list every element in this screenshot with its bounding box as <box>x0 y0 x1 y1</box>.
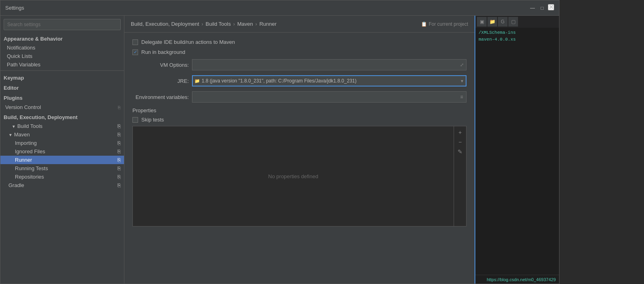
properties-table: No properties defined + − ✎ <box>132 126 466 226</box>
form-area: Delegate IDE build/run actions to Maven … <box>124 33 475 284</box>
delegate-checkbox-row: Delegate IDE build/run actions to Maven <box>132 39 466 45</box>
env-vars-row: Environment variables: ≡ <box>132 91 466 103</box>
runner-copy-icon: ⎘ <box>118 157 121 163</box>
env-vars-wrapper: ≡ <box>192 91 466 103</box>
properties-edit-button[interactable]: ✎ <box>456 147 464 156</box>
minimize-button[interactable]: — <box>528 4 537 12</box>
breadcrumb-part-1: Build, Execution, Deployment <box>131 21 199 27</box>
settings-body: Appearance & Behavior Notifications Quic… <box>0 16 559 284</box>
properties-label: Properties <box>132 107 466 113</box>
right-panel-tab-4[interactable]: ▢ <box>508 17 518 27</box>
right-panel-content: /XMLSchema-ins maven-4.0.0.xs <box>475 28 559 275</box>
right-panel-tab-1[interactable]: ▣ <box>477 17 487 27</box>
sidebar-item-keymap[interactable]: Keymap <box>0 72 124 82</box>
delegate-checkbox[interactable] <box>132 39 138 45</box>
maven-copy-icon: ⎘ <box>118 132 121 138</box>
window-controls: — □ ✕ <box>528 4 554 12</box>
jre-row: JRE: 📁 1.8 (java version "1.8.0_231", pa… <box>132 75 466 86</box>
right-panel-tabs: ▣ 📁 G ▢ <box>475 16 559 28</box>
sidebar-item-importing[interactable]: Importing ⎘ <box>0 139 124 147</box>
title-bar: Settings — □ ✕ <box>0 0 559 16</box>
sidebar-item-gradle[interactable]: Gradle ⎘ <box>0 181 124 189</box>
sidebar: Appearance & Behavior Notifications Quic… <box>0 16 124 284</box>
sidebar-item-ignored-files[interactable]: Ignored Files ⎘ <box>0 147 124 156</box>
close-button[interactable]: ✕ <box>548 4 554 10</box>
breadcrumb-sep-3: › <box>255 21 257 27</box>
vm-options-expand-button[interactable]: ⤢ <box>457 59 466 70</box>
sidebar-item-appearance[interactable]: Appearance & Behavior <box>0 33 124 43</box>
version-control-copy-icon: ⎘ <box>118 105 121 110</box>
sidebar-item-quick-lists[interactable]: Quick Lists <box>0 52 124 60</box>
gradle-copy-icon: ⎘ <box>118 182 121 188</box>
jre-select-wrapper: 📁 1.8 (java version "1.8.0_231", path: C… <box>192 75 466 86</box>
ignored-files-copy-icon: ⎘ <box>118 148 121 154</box>
sidebar-item-version-control[interactable]: Version Control ⎘ <box>0 103 124 112</box>
sidebar-item-notifications[interactable]: Notifications <box>0 43 124 52</box>
properties-add-button[interactable]: + <box>456 128 464 137</box>
project-icon: 📋 <box>421 21 427 27</box>
properties-section: Properties Skip tests No properties defi… <box>132 107 466 226</box>
code-line-1: /XMLSchema-ins <box>479 29 556 36</box>
running-tests-copy-icon: ⎘ <box>118 165 121 171</box>
background-checkbox[interactable]: ✓ <box>132 49 138 55</box>
vm-options-row: VM Options: ⤢ <box>132 59 466 70</box>
sidebar-item-build-execution[interactable]: Build, Execution, Deployment <box>0 112 124 122</box>
vm-options-label: VM Options: <box>132 62 189 68</box>
env-vars-edit-button[interactable]: ≡ <box>457 91 466 103</box>
window-title: Settings <box>5 5 24 11</box>
breadcrumb-sep-1: › <box>202 21 203 27</box>
sidebar-item-maven[interactable]: ▼Maven ⎘ <box>0 130 124 139</box>
sidebar-item-build-tools[interactable]: ▼Build Tools ⎘ <box>0 122 124 130</box>
env-vars-input[interactable] <box>192 91 466 103</box>
sidebar-item-runner[interactable]: Runner ⎘ <box>0 156 124 164</box>
sidebar-item-editor[interactable]: Editor <box>0 82 124 93</box>
status-bar: https://blog.csdn.net/m0_46937429 <box>475 275 559 284</box>
delegate-label: Delegate IDE build/run actions to Maven <box>141 39 235 45</box>
vm-options-input[interactable] <box>192 59 466 70</box>
sidebar-item-repositories[interactable]: Repositories ⎘ <box>0 173 124 181</box>
vm-options-wrapper: ⤢ <box>192 59 466 70</box>
breadcrumb-sep-2: › <box>233 21 235 27</box>
background-checkbox-row: ✓ Run in background <box>132 49 466 55</box>
build-tools-copy-icon: ⎘ <box>118 123 121 129</box>
for-current-project: 📋 For current project <box>421 21 468 27</box>
background-label: Run in background <box>141 49 185 55</box>
env-vars-label: Environment variables: <box>132 94 189 100</box>
right-panel-tab-3[interactable]: G <box>498 17 508 27</box>
main-content: Build, Execution, Deployment › Build Too… <box>124 16 475 284</box>
properties-actions: + − ✎ <box>454 126 466 226</box>
breadcrumb: Build, Execution, Deployment › Build Too… <box>124 16 475 33</box>
maximize-button[interactable]: □ <box>538 4 546 12</box>
status-url: https://blog.csdn.net/m0_46937429 <box>487 277 556 282</box>
sidebar-item-running-tests[interactable]: Running Tests ⎘ <box>0 164 124 173</box>
sidebar-item-plugins[interactable]: Plugins <box>0 93 124 103</box>
breadcrumb-part-4: Runner <box>259 21 277 27</box>
breadcrumb-part-3: Maven <box>237 21 253 27</box>
skip-tests-checkbox[interactable] <box>132 117 138 123</box>
right-panel-tab-2[interactable]: 📁 <box>487 17 497 27</box>
jre-label: JRE: <box>132 78 189 84</box>
repositories-copy-icon: ⎘ <box>118 174 121 180</box>
properties-empty-message: No properties defined <box>133 126 454 226</box>
jre-select[interactable]: 1.8 (java version "1.8.0_231", path: C:/… <box>192 75 466 86</box>
properties-remove-button[interactable]: − <box>456 138 464 146</box>
right-panel: ▣ 📁 G ▢ /XMLSchema-ins maven-4.0.0.xs ht… <box>475 16 559 284</box>
skip-tests-row: Skip tests <box>132 117 466 123</box>
sidebar-item-path-variables[interactable]: Path Variables <box>0 60 124 69</box>
settings-window: Settings — □ ✕ Appearance & Behavior Not… <box>0 0 559 284</box>
importing-copy-icon: ⎘ <box>118 140 121 146</box>
skip-tests-label: Skip tests <box>141 117 164 123</box>
breadcrumb-part-2: Build Tools <box>206 21 231 27</box>
sidebar-search-input[interactable] <box>4 19 121 30</box>
code-line-2: maven-4.0.0.xs <box>479 36 556 43</box>
